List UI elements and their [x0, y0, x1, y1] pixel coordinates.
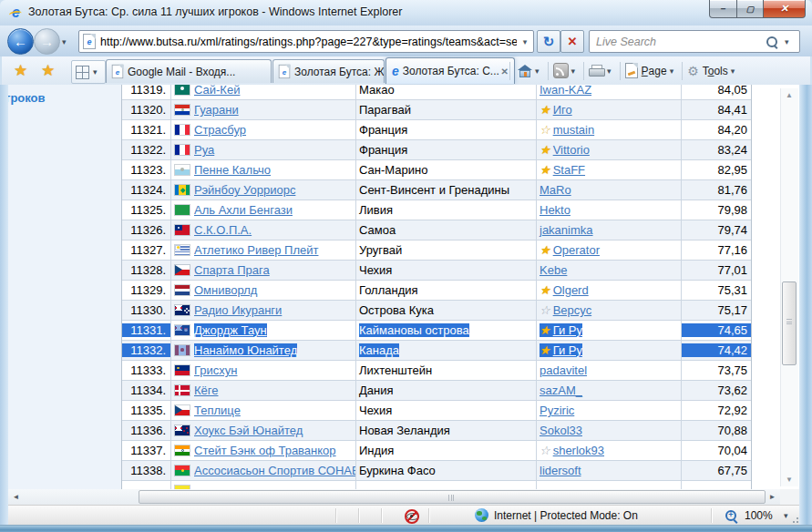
stop-button[interactable]: ✕: [560, 30, 584, 53]
search-icon[interactable]: [766, 36, 777, 47]
close-button[interactable]: ✕: [764, 0, 806, 18]
home-icon[interactable]: [518, 65, 532, 77]
search-box[interactable]: ▾: [589, 30, 800, 53]
manager-link[interactable]: Kebe: [540, 263, 567, 277]
tab-butsa-ratings-active[interactable]: e Золотая Бутса: С... ✕: [385, 57, 515, 84]
team-link[interactable]: Атлетико Ривер Плейт: [194, 243, 318, 257]
team-link[interactable]: Спарта Прага: [194, 263, 270, 277]
manager-link[interactable]: Ги Ру: [553, 323, 582, 337]
team-link[interactable]: Сай-Кей: [194, 85, 240, 97]
tools-gear-icon[interactable]: ⚙: [687, 65, 699, 77]
maximize-button[interactable]: ▢: [737, 0, 764, 18]
vertical-scrollbar[interactable]: ▲ ▼: [780, 88, 798, 486]
manager-link[interactable]: mustain: [553, 123, 595, 137]
scroll-down-icon[interactable]: ▼: [780, 473, 798, 486]
feeds-dropdown[interactable]: ▾: [571, 66, 576, 76]
rank-cell: 11334.: [122, 381, 171, 400]
manager-link[interactable]: jakanimka: [540, 223, 593, 237]
team-link[interactable]: Рэйнбоу Уорриорс: [194, 183, 295, 197]
history-dropdown[interactable]: ▾: [62, 37, 67, 46]
tab-butsa-journal[interactable]: e Золотая Бутса: Жур...: [272, 59, 385, 83]
tab-google-mail[interactable]: e Google Mail - Входя...: [106, 59, 272, 83]
team-link[interactable]: Гуарани: [194, 103, 239, 117]
manager-link[interactable]: Vittorio: [553, 143, 590, 157]
rss-feeds-icon[interactable]: [553, 63, 569, 78]
country-flag-icon: [175, 305, 190, 315]
manager-link[interactable]: StaFF: [553, 163, 585, 177]
manager-link[interactable]: Olgerd: [553, 283, 589, 297]
manager-cell: ☆sherlok93: [537, 441, 682, 460]
print-dropdown[interactable]: ▾: [607, 66, 612, 76]
manager-link[interactable]: sazAM_: [540, 384, 582, 397]
horizontal-scroll-thumb[interactable]: [139, 490, 766, 504]
manager-link[interactable]: sherlok93: [553, 444, 604, 457]
quick-tabs-dropdown[interactable]: ▾: [93, 67, 98, 77]
tools-menu-label[interactable]: To̲ols: [703, 65, 728, 77]
tools-menu-dropdown[interactable]: ▾: [731, 66, 735, 76]
page-menu-label[interactable]: P̲age: [642, 65, 667, 77]
manager-cell: Sokol33: [537, 421, 682, 440]
team-link[interactable]: Радио Икуранги: [194, 303, 282, 317]
address-dropdown[interactable]: ▾: [517, 37, 533, 46]
team-link[interactable]: С.К.О.П.А.: [194, 223, 252, 237]
team-link[interactable]: Страсбур: [194, 123, 246, 137]
horizontal-scrollbar[interactable]: ◄ ►: [8, 489, 780, 505]
url-input[interactable]: [100, 36, 517, 48]
manager-star-icon: ★: [540, 323, 550, 337]
separator: [358, 508, 359, 523]
zoom-icon[interactable]: [725, 510, 736, 521]
back-button[interactable]: ←: [7, 28, 34, 55]
team-link[interactable]: Руа: [194, 143, 214, 157]
favorites-star-icon[interactable]: ★: [14, 61, 27, 80]
quick-tabs-button[interactable]: ▾: [71, 60, 106, 84]
team-cell: Атлетико Ривер Плейт: [171, 240, 356, 260]
team-link[interactable]: Стейт Бэнк оф Траванкор: [194, 444, 336, 457]
team-link[interactable]: Аль Ахли Бенгази: [194, 203, 293, 217]
forward-button[interactable]: →: [34, 28, 60, 55]
vertical-scroll-thumb[interactable]: [782, 281, 797, 365]
scroll-right-icon[interactable]: ►: [765, 489, 780, 505]
zoom-dropdown[interactable]: ▾: [784, 511, 788, 520]
scroll-up-icon[interactable]: ▲: [780, 88, 798, 102]
team-link[interactable]: Джордж Таун: [194, 323, 267, 337]
manager-link[interactable]: Sokol33: [540, 424, 582, 437]
team-cell: Грисхун: [171, 361, 356, 380]
manager-link[interactable]: Iwan-KAZ: [540, 85, 591, 97]
manager-link[interactable]: Pyziric: [540, 404, 574, 417]
search-dropdown[interactable]: ▾: [785, 37, 799, 46]
team-link[interactable]: Хоукс Бэй Юнайтед: [194, 424, 303, 437]
team-link[interactable]: Нанаймо Юнайтед: [194, 343, 297, 357]
window-bottom-border: [0, 525, 812, 532]
scroll-left-icon[interactable]: ◄: [8, 489, 24, 505]
address-bar[interactable]: e ▾: [78, 30, 534, 53]
manager-link[interactable]: Версус: [553, 303, 592, 317]
minimize-button[interactable]: –: [709, 0, 737, 18]
manager-link[interactable]: MaRo: [540, 183, 571, 197]
team-link[interactable]: Теплице: [194, 404, 241, 417]
team-link[interactable]: Омниворлд: [194, 283, 257, 297]
tab-label: Золотая Бутса: Жур...: [294, 66, 384, 78]
search-input[interactable]: [590, 36, 766, 48]
separator: [335, 508, 336, 523]
table-row: 11332. Нанаймо Юнайтед Канада ★Ги Ру 74,…: [122, 341, 751, 361]
manager-link[interactable]: Hekto: [540, 203, 570, 217]
zoom-level[interactable]: 100%: [745, 509, 773, 522]
refresh-button[interactable]: ↻: [537, 30, 560, 53]
team-link[interactable]: Ассосиасьон Спортив СОНАБЭЛ: [194, 464, 356, 477]
manager-link[interactable]: Ги Ру: [553, 343, 582, 357]
manager-star-icon: ★: [540, 143, 550, 157]
add-favorite-icon[interactable]: ★: [41, 61, 55, 80]
manager-link[interactable]: padavitel: [540, 363, 587, 377]
manager-link[interactable]: Иго: [553, 103, 572, 117]
manager-link[interactable]: Operator: [553, 243, 600, 257]
print-icon[interactable]: [589, 65, 604, 77]
manager-link[interactable]: lidersoft: [540, 464, 581, 477]
team-link[interactable]: Пенне Кальчо: [194, 163, 271, 177]
page-menu-icon[interactable]: [625, 63, 638, 78]
page-menu-dropdown[interactable]: ▾: [670, 66, 674, 76]
team-link[interactable]: Грисхун: [194, 363, 237, 377]
country-cell: Парагвай: [356, 100, 537, 119]
home-dropdown[interactable]: ▾: [535, 66, 540, 76]
page-viewport: игроков 11319. Сай-Кей Макао Iwan-KAZ 84…: [8, 85, 799, 489]
team-link[interactable]: Кёге: [194, 384, 219, 397]
